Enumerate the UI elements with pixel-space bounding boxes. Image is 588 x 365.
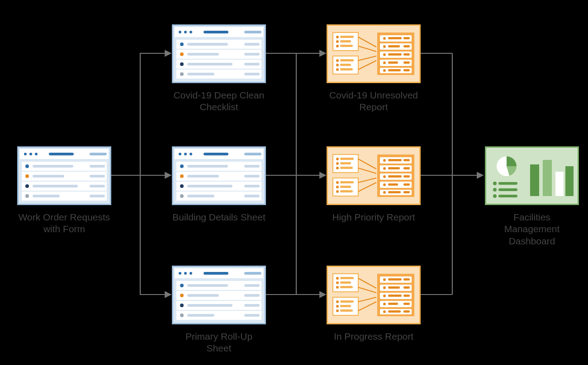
node-sheet3-label: Primary Roll-Up Sheet: [172, 331, 266, 355]
svg-point-71: [179, 272, 181, 275]
svg-point-66: [180, 194, 184, 198]
svg-rect-142: [340, 181, 354, 183]
svg-point-178: [336, 286, 339, 289]
svg-point-136: [336, 162, 339, 165]
svg-point-98: [336, 45, 339, 47]
svg-rect-208: [403, 303, 410, 305]
svg-point-134: [336, 158, 339, 160]
sheet-icon: [17, 146, 111, 205]
node-dashboard-label: Facilities Management Dashboard: [485, 211, 579, 247]
svg-rect-211: [403, 310, 410, 313]
svg-rect-161: [388, 167, 400, 169]
svg-rect-6: [90, 153, 107, 155]
svg-point-25: [179, 31, 181, 33]
svg-point-206: [383, 303, 386, 305]
svg-rect-131: [403, 69, 410, 71]
svg-point-20: [25, 194, 29, 198]
svg-point-77: [180, 284, 184, 287]
svg-point-89: [180, 314, 184, 317]
svg-rect-177: [340, 281, 351, 284]
svg-rect-198: [388, 278, 402, 281]
node-report3: In Progress Report: [327, 266, 421, 342]
svg-rect-32: [187, 43, 228, 46]
svg-rect-128: [403, 61, 410, 64]
svg-point-160: [383, 167, 386, 170]
svg-point-94: [336, 36, 339, 38]
report-icon: [327, 24, 421, 83]
svg-rect-106: [340, 68, 353, 70]
svg-rect-219: [498, 195, 517, 197]
svg-rect-210: [388, 310, 401, 313]
svg-point-16: [25, 184, 29, 188]
node-report2: High Priority Report: [327, 146, 421, 223]
svg-rect-13: [33, 175, 64, 178]
svg-point-145: [336, 190, 339, 193]
svg-rect-127: [388, 61, 398, 64]
node-sheet2: Building Details Sheet: [172, 146, 266, 223]
svg-point-43: [180, 72, 184, 76]
report-icon: [327, 266, 421, 324]
svg-rect-168: [403, 183, 410, 186]
svg-rect-104: [340, 64, 351, 66]
svg-point-48: [179, 153, 181, 155]
svg-point-141: [336, 181, 339, 184]
svg-point-49: [184, 153, 187, 155]
svg-rect-87: [244, 304, 260, 307]
node-source: Work Order Requests with Form: [17, 146, 111, 235]
svg-rect-45: [244, 73, 260, 75]
svg-rect-125: [403, 53, 410, 56]
svg-point-39: [180, 62, 184, 66]
node-report2-label: High Priority Report: [327, 211, 421, 223]
svg-rect-170: [388, 191, 401, 193]
svg-point-181: [336, 300, 339, 303]
svg-rect-186: [340, 309, 353, 312]
svg-point-62: [180, 184, 184, 188]
svg-rect-67: [187, 195, 214, 197]
svg-point-183: [336, 305, 339, 308]
svg-rect-37: [244, 53, 260, 56]
svg-rect-63: [187, 185, 232, 187]
svg-rect-99: [340, 45, 353, 47]
svg-rect-118: [388, 37, 402, 39]
svg-point-72: [184, 272, 187, 275]
svg-point-27: [190, 31, 192, 33]
svg-rect-79: [244, 284, 260, 287]
svg-point-31: [180, 42, 184, 46]
node-report1-label: Covid-19 Unresolved Report: [327, 89, 421, 113]
svg-point-129: [383, 69, 386, 72]
svg-rect-130: [388, 69, 401, 71]
svg-rect-78: [187, 284, 228, 287]
svg-point-8: [25, 164, 29, 168]
svg-point-143: [336, 186, 339, 188]
svg-rect-162: [403, 167, 410, 169]
svg-rect-144: [340, 186, 351, 188]
svg-rect-82: [187, 294, 219, 297]
svg-point-96: [336, 40, 339, 43]
svg-point-101: [336, 59, 339, 62]
svg-rect-202: [403, 286, 410, 289]
svg-rect-28: [204, 31, 228, 33]
svg-point-105: [336, 68, 339, 71]
svg-point-176: [336, 281, 339, 284]
svg-rect-124: [388, 53, 402, 56]
svg-rect-60: [244, 175, 260, 178]
svg-rect-95: [340, 36, 354, 38]
svg-point-209: [383, 310, 386, 313]
svg-rect-175: [340, 277, 354, 279]
svg-point-126: [383, 61, 386, 64]
svg-rect-91: [244, 314, 260, 317]
svg-rect-59: [187, 175, 219, 178]
svg-point-214: [493, 182, 497, 185]
svg-point-2: [24, 153, 27, 155]
svg-rect-119: [403, 37, 410, 39]
svg-point-166: [383, 183, 386, 186]
svg-rect-90: [187, 314, 214, 317]
svg-point-123: [383, 53, 386, 56]
dashboard-icon: [485, 146, 579, 205]
svg-rect-158: [388, 159, 402, 161]
svg-rect-146: [340, 190, 353, 192]
svg-rect-223: [565, 166, 574, 196]
svg-rect-10: [90, 165, 105, 168]
node-sheet1: Covid-19 Deep Clean Checklist: [172, 24, 266, 113]
svg-rect-199: [403, 278, 410, 281]
